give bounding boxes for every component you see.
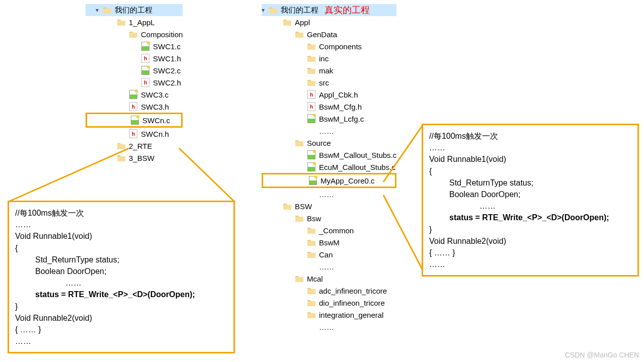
- tree-item[interactable]: Composition: [86, 28, 183, 40]
- tree-item[interactable]: ……: [262, 321, 396, 333]
- tree-item[interactable]: mak: [262, 64, 396, 76]
- tree-item[interactable]: BSW: [262, 200, 396, 212]
- tree-root-right[interactable]: ▾ 我们的工程 真实的工程: [262, 4, 396, 16]
- tree-item[interactable]: Appl: [262, 16, 396, 28]
- tree-item[interactable]: Can: [262, 248, 396, 260]
- tree-item[interactable]: dio_infineon_tricore: [262, 297, 396, 309]
- tree-item[interactable]: hBswM_Cfg.h: [262, 101, 396, 113]
- folder-icon: [283, 202, 292, 211]
- code-line: }: [429, 224, 631, 235]
- tree-label: mak: [319, 66, 333, 75]
- tree-item[interactable]: SWC3.c: [86, 88, 183, 101]
- tree-label: integration_general: [319, 311, 383, 319]
- tree-label: Appl: [295, 18, 310, 27]
- tree-item[interactable]: BswM_Lcfg.c: [262, 113, 396, 125]
- blank-icon: [307, 262, 316, 271]
- folder-icon: [103, 6, 112, 15]
- tree-label: SWC1.c: [153, 42, 181, 51]
- tree-label: Source: [307, 139, 331, 147]
- code-line: ……: [429, 142, 631, 153]
- tree-item[interactable]: hSWC2.h: [86, 76, 183, 88]
- tree-item[interactable]: inc: [262, 52, 396, 64]
- h-file-icon: h: [307, 90, 316, 99]
- tree-label: ……: [319, 190, 334, 199]
- watermark: CSDN @ManGo CHEN: [565, 351, 639, 359]
- tree-item[interactable]: BswM_Callout_Stubs.c: [262, 149, 396, 161]
- tree-item[interactable]: EcuM_Callout_Stubs.c: [262, 161, 396, 173]
- tree-label: BswM_Lcfg.c: [319, 115, 364, 123]
- code-preview-right: //每100ms触发一次 …… Void Runnable1(void) { S…: [422, 124, 639, 277]
- tree-item[interactable]: SWC2.c: [86, 64, 183, 76]
- svg-line-1: [179, 148, 234, 202]
- folder-icon: [117, 141, 126, 150]
- tree-label: 2_RTE: [129, 142, 152, 150]
- tree-label: ……: [319, 262, 334, 271]
- tree-item[interactable]: 2_RTE: [86, 140, 183, 152]
- tree-label: BswM: [319, 238, 340, 247]
- tree-label: Bsw: [307, 214, 321, 223]
- code-line: ……: [15, 277, 227, 289]
- tree-item[interactable]: Components: [262, 40, 396, 52]
- tree-item[interactable]: hAppl_Cbk.h: [262, 88, 396, 101]
- code-line: }: [15, 301, 227, 312]
- folder-icon: [307, 250, 316, 259]
- annotation-label: 真实的工程: [325, 4, 370, 16]
- folder-icon: [307, 238, 316, 247]
- code-line: Std_ReturnType status;: [429, 177, 631, 189]
- h-file-icon: h: [141, 78, 150, 87]
- tree-item[interactable]: hSWC3.h: [86, 101, 183, 113]
- code-line: Std_ReturnType status;: [15, 254, 227, 265]
- tree-label: ……: [319, 323, 334, 331]
- code-line: Void Runnable2(void): [15, 312, 227, 324]
- tree-root-left[interactable]: ▾ 我们的工程: [86, 4, 183, 16]
- tree-item[interactable]: MyApp_Core0.c: [262, 173, 396, 188]
- tree-item[interactable]: 1_AppL: [86, 16, 183, 28]
- tree-label: Composition: [141, 30, 183, 39]
- h-file-icon: h: [141, 54, 150, 63]
- code-line: Boolean DoorOpen;: [15, 265, 227, 277]
- tree-label: 1_AppL: [129, 18, 155, 27]
- tree-label: SWCn.c: [142, 116, 170, 125]
- tree-item[interactable]: Bsw: [262, 212, 396, 224]
- tree-label: MyApp_Core0.c: [320, 176, 375, 185]
- tree-label: _Common: [319, 226, 354, 235]
- tree-item[interactable]: Mcal: [262, 273, 396, 285]
- c-file-icon: [308, 176, 317, 185]
- tree-item[interactable]: BswM: [262, 236, 396, 248]
- code-line: Void Runnable1(void): [15, 230, 227, 242]
- code-preview-left: //每100ms触发一次 …… Void Runnable1(void) { S…: [8, 201, 235, 353]
- tree-label: Can: [319, 250, 333, 259]
- tree-item[interactable]: integration_general: [262, 309, 396, 321]
- code-line: Void Runnable1(void): [429, 153, 631, 165]
- c-file-icon: [141, 42, 150, 51]
- c-file-icon: [129, 90, 138, 99]
- folder-icon: [295, 214, 304, 223]
- code-line: ……: [15, 219, 227, 230]
- code-line: { …… }: [15, 324, 227, 335]
- tree-item[interactable]: 3_BSW: [86, 152, 183, 164]
- tree-item[interactable]: GenData: [262, 28, 396, 40]
- tree-item[interactable]: _Common: [262, 224, 396, 236]
- code-line: {: [429, 165, 631, 177]
- tree-item[interactable]: SWC1.c: [86, 40, 183, 52]
- tree-item[interactable]: hSWCn.h: [86, 128, 183, 140]
- blank-icon: [307, 322, 316, 331]
- tree-label: SWC1.h: [153, 54, 181, 63]
- tree-item[interactable]: ……: [262, 188, 396, 200]
- tree-item[interactable]: ……: [262, 125, 396, 137]
- tree-item[interactable]: src: [262, 76, 396, 88]
- tree-item[interactable]: adc_infineon_tricore: [262, 285, 396, 297]
- tree-item[interactable]: SWCn.c: [86, 113, 183, 128]
- folder-icon: [117, 18, 126, 27]
- h-file-icon: h: [307, 102, 316, 111]
- blank-icon: [307, 190, 316, 199]
- tree-item[interactable]: ……: [262, 260, 396, 273]
- left-tree: ▾ 我们的工程 1_AppLCompositionSWC1.chSWC1.hSW…: [86, 4, 183, 164]
- code-line: Boolean DoorOpen;: [429, 189, 631, 200]
- tree-label: 3_BSW: [129, 154, 154, 162]
- tree-item[interactable]: Source: [262, 137, 396, 149]
- tree-item[interactable]: hSWC1.h: [86, 52, 183, 64]
- tree-label: 我们的工程: [281, 6, 318, 15]
- folder-icon: [307, 310, 316, 319]
- folder-icon: [307, 286, 316, 295]
